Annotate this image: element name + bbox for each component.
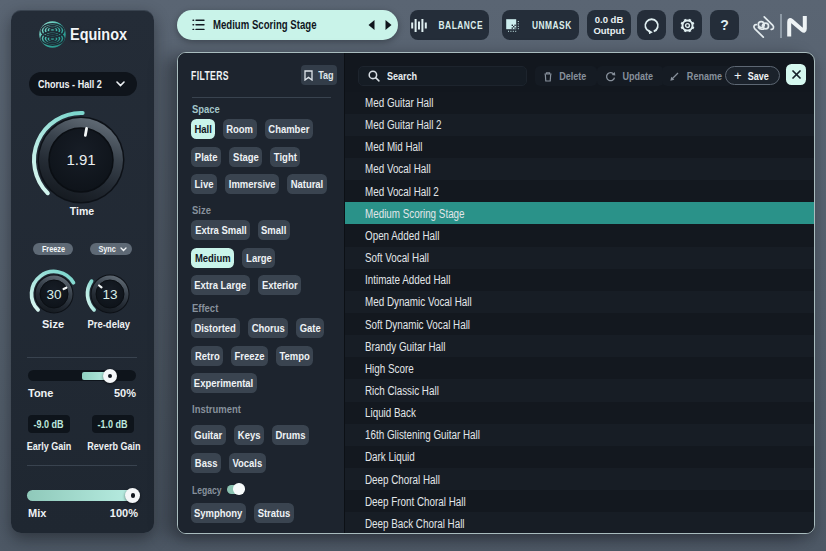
svg-text:1.91: 1.91 [66, 151, 95, 168]
svg-text:30: 30 [46, 287, 61, 302]
svg-text:13: 13 [102, 287, 117, 302]
